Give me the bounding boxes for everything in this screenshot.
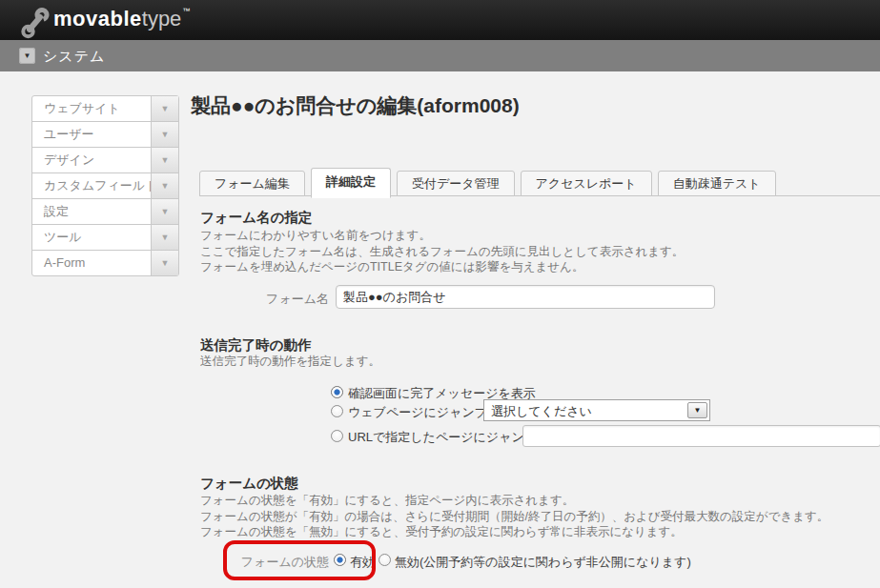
status-disabled-radio[interactable] [379,554,391,566]
jump-url-input[interactable] [522,425,880,447]
sidebar-item-label: カスタムフィールド [32,173,151,198]
sidebar-item-design[interactable]: デザイン ▼ [31,147,179,173]
logo-text-movable: movable [53,4,142,34]
status-disabled-radio-label[interactable]: 無効(公開予約等の設定に関わらず非公開になります) [395,554,691,571]
sidebar-menu: ウェブサイト ▼ ユーザー ▼ デザイン ▼ カスタムフィールド ▼ 設定 ▼ … [31,95,179,276]
tab-bar: フォーム編集 詳細設定 受付データ管理 アクセスレポート 自動疎通テスト [199,167,880,196]
tab-auto-connectivity-test[interactable]: 自動疎通テスト [658,171,776,196]
form-name-label: フォーム名 [200,291,329,308]
jump-url-radio-label[interactable]: URLで指定したページにジャンプ [348,429,537,446]
webpage-select-value: 選択してください [491,403,592,420]
jump-url-radio[interactable] [331,430,343,442]
sidebar-item-website[interactable]: ウェブサイト ▼ [31,95,179,122]
sidebar-item-label: A-Form [32,251,151,275]
sidebar-item-label: ユーザー [32,122,151,147]
description-line: フォームを埋め込んだページのTITLEタグの値には影響を与えません。 [200,259,684,275]
chevron-down-icon[interactable]: ▼ [151,199,178,224]
tab-form-edit[interactable]: フォーム編集 [199,171,305,196]
chevron-down-icon[interactable]: ▼ [151,173,178,198]
system-bar: ▼ システム [0,40,880,71]
confirm-message-radio[interactable] [331,386,343,398]
caret-down-icon: ▼ [694,406,702,415]
status-enabled-radio[interactable] [334,554,346,566]
chevron-down-icon[interactable]: ▼ [151,225,178,250]
system-menu-toggle[interactable]: ▼ [19,48,35,64]
completion-section-description: 送信完了時の動作を指定します。 [200,354,380,370]
chevron-down-icon[interactable]: ▼ [151,96,178,121]
sidebar-item-label: ウェブサイト [32,96,151,121]
sidebar-item-label: デザイン [32,148,151,172]
page-title: 製品●●のお問合せの編集(aform008) [191,92,520,119]
description-line: ここで指定したフォーム名は、生成されるフォームの先頭に見出しとして表示されます。 [200,244,684,260]
tab-received-data[interactable]: 受付データ管理 [397,171,515,196]
jump-webpage-radio[interactable] [331,405,343,417]
status-section-description: フォームの状態を「有効」にすると、指定ページ内に表示されます。 フォームの状態が… [200,493,829,540]
movabletype-logo[interactable]: movable type ™ [21,4,190,39]
tab-access-report[interactable]: アクセスレポート [521,171,652,196]
sidebar-item-label: 設定 [32,199,151,224]
sidebar-item-aform[interactable]: A-Form ▼ [31,250,179,276]
form-name-section-heading: フォーム名の指定 [200,209,312,227]
description-line: フォームの状態が「有効」の場合は、さらに受付期間（開始/終了日の予約）、および受… [200,509,829,525]
jump-webpage-radio-label[interactable]: ウェブページにジャンプ [348,404,487,421]
logo-text-type: type [142,4,182,34]
status-enabled-radio-label[interactable]: 有効 [350,554,375,571]
sidebar-item-label: ツール [32,225,151,250]
top-bar: movable type ™ [0,0,880,41]
chevron-down-icon[interactable]: ▼ [151,122,178,147]
caret-down-icon: ▼ [24,51,31,60]
tab-detail-settings[interactable]: 詳細設定 [311,168,391,198]
trademark-mark: ™ [182,7,190,15]
description-line: フォームにわかりやすい名前をつけます。 [200,228,684,244]
sidebar-item-tools[interactable]: ツール ▼ [31,224,179,251]
completion-section-heading: 送信完了時の動作 [200,336,311,355]
description-line: フォームの状態を「無効」にすると、受付予約の設定に関わらず常に非表示になります。 [200,524,829,540]
wrench-icon [21,7,50,39]
description-line: フォームの状態を「有効」にすると、指定ページ内に表示されます。 [200,493,829,509]
system-title: システム [43,48,105,66]
select-arrow-button[interactable]: ▼ [687,402,707,418]
webpage-select[interactable]: 選択してください ▼ [483,399,710,421]
sidebar-item-settings[interactable]: 設定 ▼ [31,198,179,225]
sidebar-item-custom-fields[interactable]: カスタムフィールド ▼ [31,172,179,199]
sidebar-item-user[interactable]: ユーザー ▼ [31,121,179,148]
form-status-label: フォームの状態 [200,554,329,571]
form-name-input[interactable] [336,285,715,309]
status-section-heading: フォームの状態 [200,475,298,493]
chevron-down-icon[interactable]: ▼ [151,148,178,172]
form-name-section-description: フォームにわかりやすい名前をつけます。 ここで指定したフォーム名は、生成されるフ… [200,228,684,275]
chevron-down-icon[interactable]: ▼ [151,251,178,275]
